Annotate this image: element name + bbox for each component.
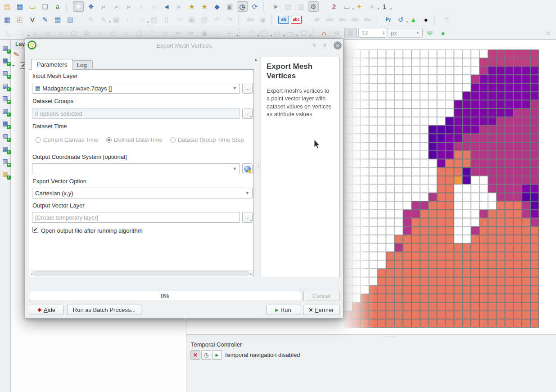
zoom-out-icon[interactable]: ⌕ bbox=[111, 1, 122, 12]
add-vector-layer-icon[interactable]: ▦ bbox=[1, 43, 9, 52]
layer-tree-expand-icon[interactable]: ▸ bbox=[13, 63, 15, 68]
temporal-fixed-range-button[interactable]: ◷ bbox=[201, 350, 211, 360]
manage-layers-toolbar: ▦▦▧▤▥▦▦▾▧▾▦▥▾▦▾ bbox=[0, 40, 11, 392]
add-wms-icon[interactable]: ▦ bbox=[1, 144, 9, 153]
show-bookmarks-icon[interactable]: ★ bbox=[199, 1, 210, 12]
layer-diagram-icon[interactable]: abc bbox=[291, 16, 302, 24]
temporal-controller-panel: ······ Temporal Controller ✕ ◷ ▶ Tempora… bbox=[186, 334, 556, 392]
close-icon[interactable]: ✕ bbox=[334, 41, 342, 50]
trace-digitize-icon[interactable]: ● bbox=[437, 28, 449, 38]
new-geopackage-icon[interactable]: ◰ bbox=[14, 14, 25, 25]
measure-icon[interactable]: ▭▾ bbox=[341, 1, 352, 12]
toolbar-row-3: ◺∷▾○◇○◻◎○◇○◻◠◇✂✂◉∴⊢▾◠▾◯▾⬭▾▭▾⬠▾∩Ψ⠿12▴▾px▼… bbox=[3, 27, 554, 39]
new-shapefile-icon[interactable]: V bbox=[27, 14, 38, 25]
temporal-animated-button[interactable]: ▶ bbox=[212, 350, 222, 360]
add-postgis-icon[interactable]: ▥ bbox=[1, 94, 9, 102]
topological-editing-icon: Ψ bbox=[331, 28, 343, 38]
input-mesh-layer-combo[interactable]: ▦ Madagascar.wave.7days [] ▼ bbox=[32, 83, 240, 94]
add-wcs-icon[interactable]: ▥▾ bbox=[1, 157, 9, 165]
new-bookmark-icon[interactable]: ★ bbox=[186, 1, 197, 12]
add-raster-layer-icon[interactable]: ▦ bbox=[1, 56, 9, 64]
layout-manager-icon[interactable]: ❏ bbox=[40, 1, 50, 12]
add-wfs-icon[interactable]: ▦▾ bbox=[1, 169, 9, 178]
temporal-controller-icon[interactable]: ◷ bbox=[237, 1, 248, 12]
raster-hillshade-icon[interactable]: ▲ bbox=[408, 14, 419, 25]
save-edits-icon: ▣ bbox=[111, 14, 122, 25]
dataset-groups-browse-button[interactable]: … ▾ bbox=[242, 108, 253, 119]
scrollbar-thumb[interactable] bbox=[34, 271, 249, 276]
dataset-groups-input[interactable]: 0 options selected bbox=[32, 108, 240, 119]
snapping-magnet-icon[interactable]: ∩ bbox=[318, 28, 330, 38]
radio-current-canvas-time[interactable] bbox=[36, 137, 41, 143]
tab-log[interactable]: Log bbox=[71, 60, 93, 70]
cancel-button[interactable]: Cancel bbox=[303, 291, 339, 301]
pan-map-icon[interactable]: ❖ bbox=[73, 1, 84, 12]
style-brush-icon[interactable]: ✎ bbox=[13, 50, 20, 59]
dialog-titlebar[interactable]: Q Export Mesh Vertices ∨ ∧ ✕ bbox=[25, 39, 343, 52]
snap-grid-icon[interactable]: ⠿ bbox=[344, 28, 357, 38]
processing-history-icon[interactable]: ↺▾ bbox=[395, 14, 406, 25]
options-gear-icon[interactable]: ⚙ bbox=[308, 1, 319, 12]
scale-callout-icon[interactable]: 1▾ bbox=[379, 1, 390, 12]
map-tips-icon[interactable]: ✦ bbox=[354, 1, 365, 12]
new-print-layout-icon[interactable]: ▭ bbox=[27, 1, 38, 12]
python-console-icon[interactable]: Py bbox=[383, 14, 393, 25]
new-virtual-layer-icon[interactable]: ▧ bbox=[65, 14, 76, 25]
refresh-map-icon[interactable]: ⟳ bbox=[249, 1, 260, 12]
mesh-layer-render[interactable] bbox=[344, 50, 539, 328]
open-output-checkbox[interactable]: ✔ bbox=[32, 227, 38, 233]
spatial-bookmarks-icon[interactable]: ◆ bbox=[212, 1, 222, 12]
new-spatialite-icon[interactable]: ✎ bbox=[40, 14, 50, 25]
close-dialog-button[interactable]: ✕ Fermer bbox=[303, 305, 339, 315]
output-vector-layer-input[interactable]: [Create temporary layer] bbox=[32, 212, 240, 223]
add-mssql-icon[interactable]: ▦▾ bbox=[1, 119, 9, 127]
debug-bug-icon[interactable]: ● bbox=[420, 14, 431, 25]
help-icon: ✱ bbox=[37, 307, 42, 313]
output-vector-browse-button[interactable]: … ▾ bbox=[242, 212, 253, 223]
zoom-in-icon[interactable]: ⌕ bbox=[98, 1, 109, 12]
input-mesh-layer-label: Input Mesh Layer bbox=[32, 72, 77, 79]
layer-labeling-icon[interactable]: ab bbox=[278, 16, 289, 24]
dataset-groups-label: Dataset Groups bbox=[32, 98, 73, 104]
tracing-icon[interactable]: Ψ bbox=[424, 28, 436, 38]
temporal-nav-off-button[interactable]: ✕ bbox=[190, 350, 200, 360]
horizontal-scrollbar[interactable]: ◂ ▸ bbox=[30, 270, 253, 276]
scroll-right-icon[interactable]: ▸ bbox=[250, 272, 252, 276]
help-collapse-icon[interactable]: ▸ bbox=[255, 58, 258, 62]
snapping-tolerance-spinbox[interactable]: 12▴▾ bbox=[358, 28, 386, 38]
identify-features-icon[interactable]: ➤ bbox=[270, 1, 281, 12]
radio-dataset-group-timestep[interactable] bbox=[170, 137, 176, 143]
radio-defined-datetime[interactable] bbox=[106, 137, 112, 143]
metasearch-icon[interactable]: 2 bbox=[329, 1, 339, 12]
export-vector-option-combo[interactable]: Cartesian (x,y) ▼ bbox=[32, 188, 253, 198]
annotation-icon[interactable]: a bbox=[52, 1, 63, 12]
add-oracle-icon[interactable]: ▧▾ bbox=[1, 131, 9, 140]
input-mesh-browse-button[interactable]: … bbox=[242, 83, 253, 94]
new-mesh-layer-icon[interactable]: ▦ bbox=[52, 14, 63, 25]
shade-down-icon[interactable]: ∨ bbox=[312, 42, 316, 48]
add-delimited-text-icon[interactable]: ▤ bbox=[1, 81, 9, 90]
temporal-status-text: Temporal navigation disabled bbox=[224, 351, 300, 358]
zoom-last-icon[interactable]: ◄ bbox=[161, 1, 172, 12]
add-mesh-layer-icon[interactable]: ▧ bbox=[1, 68, 9, 77]
panel-resize-handle[interactable]: ······ bbox=[384, 334, 395, 338]
data-source-manager-icon[interactable]: ▦ bbox=[2, 14, 13, 25]
scroll-left-icon[interactable]: ◂ bbox=[31, 272, 32, 276]
run-as-batch-button[interactable]: Run as Batch Process... bbox=[67, 305, 141, 315]
project-open-icon[interactable]: ▤ bbox=[2, 1, 13, 12]
pan-to-selection-icon[interactable]: ❖ bbox=[86, 1, 96, 12]
rotate-feature-icon: ○ bbox=[55, 28, 67, 38]
new-map-view-icon[interactable]: ▣ bbox=[224, 1, 235, 12]
output-crs-combo[interactable]: ▼ bbox=[32, 163, 240, 174]
tab-parameters[interactable]: Parameters bbox=[31, 59, 73, 70]
run-button[interactable]: ▶ Run bbox=[266, 305, 300, 315]
help-button[interactable]: ✱ Aide bbox=[29, 305, 64, 315]
select-crs-button[interactable] bbox=[242, 163, 253, 174]
splitter-handle[interactable]: ⋮⋮ bbox=[256, 164, 261, 169]
split-parts-icon: ✂ bbox=[172, 28, 184, 38]
add-spatialite-icon[interactable]: ▦ bbox=[1, 106, 9, 115]
snapping-units-combo[interactable]: px▼ bbox=[388, 28, 423, 38]
zoom-native-icon[interactable]: ⌕ bbox=[123, 1, 134, 12]
project-save-icon[interactable]: ▦ bbox=[14, 1, 25, 12]
shade-up-icon[interactable]: ∧ bbox=[323, 42, 327, 48]
